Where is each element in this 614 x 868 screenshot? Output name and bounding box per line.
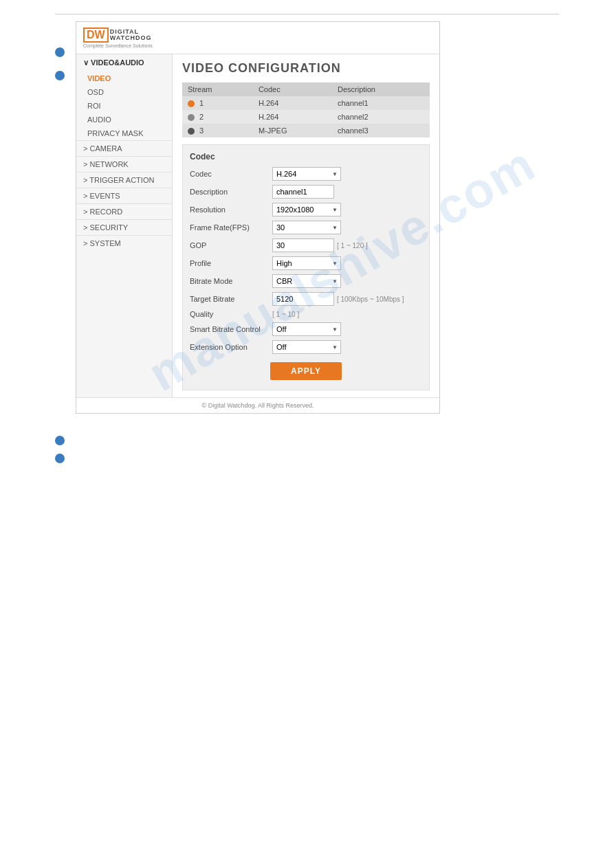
profile-value: High Main Baseline <box>272 256 422 270</box>
sidebar-item-roi[interactable]: ROI <box>76 99 172 113</box>
bitrate-mode-value: CBR VBR <box>272 274 422 288</box>
sidebar-item-video[interactable]: VIDEO <box>76 71 172 85</box>
codec-select-wrapper[interactable]: H.264 H.265 M-JPEG <box>272 167 341 181</box>
stream-1-codec: H.264 <box>253 96 332 110</box>
target-bitrate-label: Target Bitrate <box>190 295 272 303</box>
bitrate-mode-row: Bitrate Mode CBR VBR <box>190 274 422 288</box>
logo-dw-text: DIGITAL WATCHDOG <box>110 29 152 41</box>
sidebar-item-security[interactable]: > SECURITY <box>76 219 172 235</box>
annotation-row-1 <box>55 434 559 445</box>
resolution-value: 1920x1080 1280x720 640x480 <box>272 203 422 216</box>
target-bitrate-row: Target Bitrate [ 100Kbps ~ 10Mbps ] <box>190 292 422 306</box>
callout-dot-2 <box>55 71 65 80</box>
annotation-row-2 <box>55 452 559 463</box>
main-content: VIDEO CONFIGURATION Stream Codec Descrip… <box>173 54 439 397</box>
stream-row-3[interactable]: 3 M-JPEG channel3 <box>182 124 430 137</box>
gop-value: [ 1 ~ 120 ] <box>272 238 422 252</box>
description-row: Description <box>190 185 422 199</box>
logo-dw-box: DW <box>83 27 109 43</box>
bitrate-mode-select[interactable]: CBR VBR <box>272 274 341 288</box>
logo-area: DW DIGITAL WATCHDOG Complete Surveillanc… <box>83 27 153 48</box>
bitrate-mode-select-wrapper[interactable]: CBR VBR <box>272 274 341 288</box>
sidebar-item-osd[interactable]: OSD <box>76 85 172 99</box>
profile-row: Profile High Main Baseline <box>190 256 422 270</box>
profile-label: Profile <box>190 259 272 267</box>
sidebar-item-record[interactable]: > RECORD <box>76 203 172 219</box>
resolution-select[interactable]: 1920x1080 1280x720 640x480 <box>272 203 341 216</box>
stream-row-1[interactable]: 1 H.264 channel1 <box>182 96 430 110</box>
sidebar-item-privacy-mask[interactable]: PRIVACY MASK <box>76 126 172 140</box>
stream-3-codec: M-JPEG <box>253 124 332 137</box>
gop-input[interactable] <box>272 238 334 252</box>
apply-button[interactable]: APPLY <box>270 362 342 380</box>
footer-text: © Digital Watchdog. All Rights Reserved. <box>76 397 439 413</box>
stream-col-header: Stream <box>182 82 253 96</box>
sidebar-item-network[interactable]: > NETWORK <box>76 156 172 172</box>
header-bar: DW DIGITAL WATCHDOG Complete Surveillanc… <box>76 22 439 54</box>
extension-option-select-wrapper[interactable]: Off On <box>272 340 341 354</box>
smart-bitrate-select[interactable]: Off On <box>272 322 341 336</box>
description-value <box>272 185 422 199</box>
stream-3-cell: 3 <box>182 124 253 137</box>
sidebar-item-trigger-action[interactable]: > TRIGGER ACTION <box>76 172 172 188</box>
target-bitrate-input[interactable] <box>272 292 334 306</box>
description-input[interactable] <box>272 185 334 199</box>
framerate-value: 30 25 15 <box>272 221 422 234</box>
framerate-label: Frame Rate(FPS) <box>190 223 272 232</box>
framerate-select-wrapper[interactable]: 30 25 15 <box>272 221 341 234</box>
codec-col-header: Codec <box>253 82 332 96</box>
smart-bitrate-select-wrapper[interactable]: Off On <box>272 322 341 336</box>
sidebar-video-audio[interactable]: ∨ VIDEO&AUDIO <box>76 54 172 71</box>
desc-col-header: Description <box>332 82 430 96</box>
callout-dot-1 <box>55 47 65 57</box>
stream-2-desc: channel2 <box>332 110 430 124</box>
sidebar-item-events[interactable]: > EVENTS <box>76 188 172 203</box>
sidebar-item-camera[interactable]: > CAMERA <box>76 140 172 156</box>
codec-row: Codec H.264 H.265 M-JPEG <box>190 167 422 181</box>
codec-value: H.264 H.265 M-JPEG <box>272 167 422 181</box>
gop-label: GOP <box>190 241 272 249</box>
resolution-select-wrapper[interactable]: 1920x1080 1280x720 640x480 <box>272 203 341 216</box>
logo-watchdog: WATCHDOG <box>110 35 152 41</box>
framerate-select[interactable]: 30 25 15 <box>272 221 341 234</box>
annotation-bullet-1 <box>55 436 65 445</box>
resolution-label: Resolution <box>190 205 272 214</box>
gop-hint: [ 1 ~ 120 ] <box>337 242 368 249</box>
description-label: Description <box>190 188 272 196</box>
stream-1-dot <box>188 100 195 107</box>
quality-hint: [ 1 ~ 10 ] <box>272 311 299 318</box>
content-area: ∨ VIDEO&AUDIO VIDEO OSD ROI AUDIO PRIVAC… <box>76 54 439 397</box>
logo-tagline: Complete Surveillance Solutions <box>83 43 153 48</box>
smart-bitrate-row: Smart Bitrate Control Off On <box>190 322 422 336</box>
sidebar-item-system[interactable]: > SYSTEM <box>76 235 172 251</box>
quality-label: Quality <box>190 310 272 318</box>
codec-select[interactable]: H.264 H.265 M-JPEG <box>272 167 341 181</box>
stream-3-dot <box>188 128 195 135</box>
codec-section-title: Codec <box>190 152 422 162</box>
sidebar-item-audio[interactable]: AUDIO <box>76 113 172 126</box>
stream-2-dot <box>188 114 195 121</box>
stream-table: Stream Codec Description 1 <box>182 82 430 137</box>
target-bitrate-hint: [ 100Kbps ~ 10Mbps ] <box>337 296 404 303</box>
quality-value: [ 1 ~ 10 ] <box>272 311 422 318</box>
target-bitrate-value: [ 100Kbps ~ 10Mbps ] <box>272 292 422 306</box>
quality-row: Quality [ 1 ~ 10 ] <box>190 310 422 318</box>
stream-2-codec: H.264 <box>253 110 332 124</box>
stream-1-cell: 1 <box>182 96 253 110</box>
stream-1-desc: channel1 <box>332 96 430 110</box>
extension-option-value: Off On <box>272 340 422 354</box>
stream-3-desc: channel3 <box>332 124 430 137</box>
codec-section: Codec Codec H.264 H.265 M-JPEG <box>182 144 430 390</box>
smart-bitrate-label: Smart Bitrate Control <box>190 325 272 333</box>
annotation-bullet-2 <box>55 454 65 463</box>
extension-option-row: Extension Option Off On <box>190 340 422 354</box>
framerate-row: Frame Rate(FPS) 30 25 15 <box>190 221 422 234</box>
gop-row: GOP [ 1 ~ 120 ] <box>190 238 422 252</box>
bitrate-mode-label: Bitrate Mode <box>190 277 272 285</box>
extension-option-select[interactable]: Off On <box>272 340 341 354</box>
profile-select[interactable]: High Main Baseline <box>272 256 341 270</box>
profile-select-wrapper[interactable]: High Main Baseline <box>272 256 341 270</box>
stream-2-cell: 2 <box>182 110 253 124</box>
sidebar: ∨ VIDEO&AUDIO VIDEO OSD ROI AUDIO PRIVAC… <box>76 54 173 397</box>
stream-row-2[interactable]: 2 H.264 channel2 <box>182 110 430 124</box>
